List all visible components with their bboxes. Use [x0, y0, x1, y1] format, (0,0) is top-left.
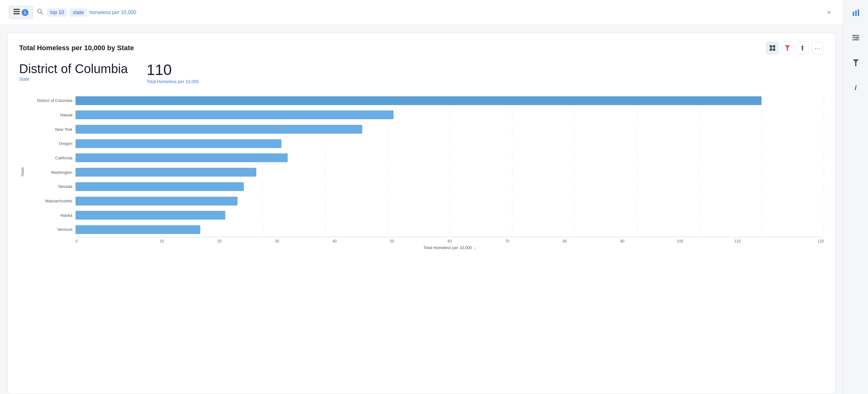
svg-rect-0 [13, 9, 20, 10]
bar-track [75, 168, 824, 177]
search-pill: top 10 state [47, 8, 820, 17]
bar-label: Oregon [25, 141, 75, 146]
x-tick: 120 [766, 239, 824, 244]
sidebar-filter-rows-icon[interactable] [849, 31, 862, 44]
highlight-info: District of Columbia State 110 Total Hom… [19, 62, 824, 84]
x-tick: 10 [133, 239, 191, 244]
x-tick: 80 [536, 239, 594, 244]
sidebar-bar-chart-icon[interactable] [849, 6, 862, 19]
bar-fill [75, 197, 238, 205]
svg-rect-5 [770, 45, 772, 48]
highlight-name-block: District of Columbia State [19, 62, 128, 84]
bar-track [75, 139, 824, 148]
x-tick: 90 [593, 239, 651, 244]
pill-token-top10[interactable]: top 10 [47, 8, 67, 17]
x-tick: 40 [306, 239, 364, 244]
x-axis-label-text: Total Homeless per 10,000 [423, 245, 472, 250]
x-tick: 50 [363, 239, 421, 244]
x-axis-label: Total Homeless per 10,000 ↓ [75, 245, 824, 250]
svg-rect-2 [13, 13, 20, 15]
x-tick: 20 [190, 239, 248, 244]
bar-label: Hawaii [25, 113, 75, 117]
bar-track [75, 125, 824, 134]
x-tick: 70 [478, 239, 536, 244]
svg-marker-20 [853, 59, 859, 66]
highlight-value: 110 [147, 62, 199, 78]
bar-fill [75, 153, 288, 162]
pill-token-state[interactable]: state [69, 8, 87, 17]
x-tick: 60 [421, 239, 478, 244]
chart-area: State District of ColumbiaHawaiiNew York… [19, 93, 824, 250]
bar-track [75, 96, 824, 105]
x-tick: 30 [248, 239, 306, 244]
bar-fill [75, 168, 256, 177]
more-options-button[interactable]: ··· [811, 42, 824, 54]
svg-marker-9 [785, 45, 790, 51]
bar-row[interactable]: Washington [25, 165, 824, 179]
filter-button[interactable] [781, 42, 794, 54]
right-sidebar: i [843, 0, 868, 394]
bar-label: New York [25, 127, 75, 132]
layers-icon [13, 9, 20, 16]
bar-row[interactable]: District of Columbia [25, 93, 824, 108]
bar-label: Nevada [25, 184, 75, 189]
bar-row[interactable]: New York [25, 122, 824, 137]
svg-point-18 [857, 37, 858, 38]
highlight-name: District of Columbia [19, 62, 128, 76]
svg-rect-11 [852, 11, 854, 16]
bar-label: Massachusetts [25, 199, 75, 203]
layers-count: 1 [22, 9, 29, 16]
x-tick: 100 [651, 239, 709, 244]
bar-row[interactable]: California [25, 151, 824, 165]
svg-rect-8 [773, 48, 775, 51]
bar-label: California [25, 156, 75, 160]
x-tick: 110 [709, 239, 767, 244]
bar-label: Alaska [25, 213, 75, 218]
svg-point-17 [853, 35, 855, 36]
close-button[interactable]: × [824, 7, 834, 18]
panel-title: Total Homeless per 10,000 by State [19, 44, 134, 52]
bar-fill [75, 211, 225, 220]
bar-label: Washington [25, 170, 75, 175]
chart-inner: District of ColumbiaHawaiiNew YorkOregon… [25, 93, 824, 250]
panel-actions: ··· [766, 42, 824, 54]
bars-container: District of ColumbiaHawaiiNew YorkOregon… [25, 93, 824, 237]
svg-rect-6 [773, 45, 775, 48]
x-axis: 0102030405060708090100110120 [75, 237, 824, 244]
x-tick: 0 [75, 239, 133, 244]
bar-row[interactable]: Alaska [25, 208, 824, 222]
sort-arrow-icon[interactable]: ↓ [474, 245, 476, 250]
table-view-button[interactable] [766, 42, 779, 54]
bar-fill [75, 225, 200, 234]
bar-row[interactable]: Nevada [25, 179, 824, 194]
bar-label: District of Columbia [25, 98, 75, 103]
bar-row[interactable]: Vermont [25, 222, 824, 237]
svg-rect-7 [770, 48, 772, 51]
bar-fill [75, 139, 281, 148]
bar-row[interactable]: Oregon [25, 137, 824, 151]
bar-fill [75, 125, 362, 134]
svg-point-19 [855, 39, 856, 41]
bar-track [75, 225, 824, 234]
svg-rect-1 [13, 11, 20, 12]
search-bar: 1 top 10 state × [0, 0, 843, 25]
highlight-name-label: State [19, 77, 128, 82]
chart-panel: Total Homeless per 10,000 by State [7, 33, 835, 394]
bar-track [75, 211, 824, 220]
bar-track [75, 197, 824, 205]
svg-line-4 [41, 12, 43, 15]
highlight-value-label: Total Homeless per 10,000 [147, 79, 199, 84]
bar-track [75, 153, 824, 162]
pin-button[interactable] [796, 42, 809, 54]
bar-fill [75, 96, 762, 105]
search-input[interactable] [89, 10, 168, 16]
layers-button[interactable]: 1 [9, 6, 33, 19]
bar-track [75, 110, 824, 119]
svg-rect-12 [855, 10, 857, 16]
bar-row[interactable]: Hawaii [25, 108, 824, 122]
sidebar-info-icon[interactable]: i [849, 82, 862, 94]
sidebar-funnel-icon[interactable] [849, 56, 862, 69]
bar-label: Vermont [25, 227, 75, 232]
bar-row[interactable]: Massachusetts [25, 194, 824, 208]
y-axis-label: State [19, 93, 25, 250]
